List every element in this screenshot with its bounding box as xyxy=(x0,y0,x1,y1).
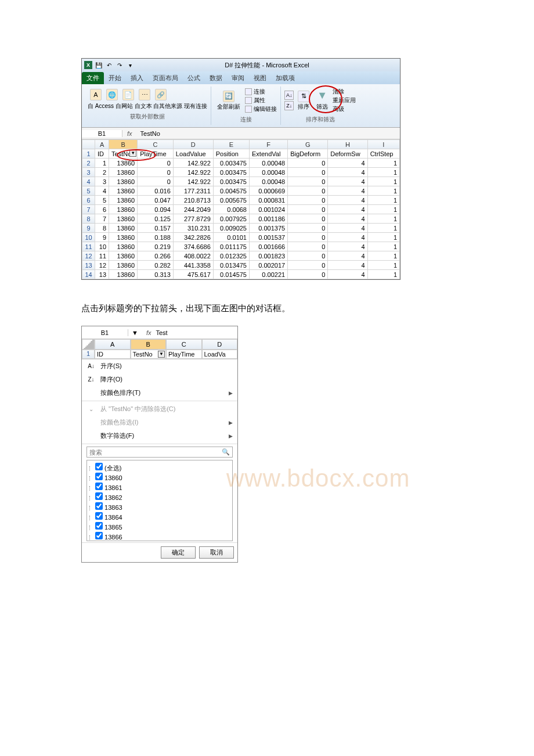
spreadsheet[interactable]: ABCDEFGHI1IDTestNo▼PlayTimeLoadValuePosi… xyxy=(82,139,400,279)
existing-conn-button[interactable]: 🔗 xyxy=(153,88,169,102)
data-cell[interactable]: 0 xyxy=(138,177,174,186)
data-cell[interactable]: 0.001666 xyxy=(250,242,288,251)
tab-insert[interactable]: 插入 xyxy=(126,72,148,84)
reapply-button[interactable]: 重新应用 xyxy=(333,96,356,105)
data-cell[interactable]: 142.922 xyxy=(173,177,213,186)
data-cell[interactable]: 0 xyxy=(138,159,174,168)
filter-search-input[interactable] xyxy=(89,449,222,456)
data-cell[interactable]: 0.001375 xyxy=(250,224,288,233)
data-cell[interactable]: 0.00221 xyxy=(250,270,288,279)
data-cell[interactable]: 3 xyxy=(95,177,109,186)
col-header[interactable]: E xyxy=(213,140,249,149)
col-header[interactable]: I xyxy=(367,140,399,149)
data-cell[interactable]: 10 xyxy=(95,242,109,251)
col-header[interactable]: D xyxy=(173,140,213,149)
data-cell[interactable]: 0.047 xyxy=(138,196,174,205)
from-text-button[interactable]: 📄 xyxy=(120,88,136,102)
data-cell[interactable]: 13860 xyxy=(109,233,138,242)
select-all-corner[interactable] xyxy=(82,339,95,350)
row-header[interactable]: 9 xyxy=(82,224,95,233)
data-cell[interactable]: 0 xyxy=(288,270,328,279)
data-cell[interactable]: 4 xyxy=(328,159,367,168)
data-cell[interactable]: 1 xyxy=(367,214,399,224)
data-cell[interactable]: 0 xyxy=(288,261,328,270)
data-cell[interactable]: 0.004575 xyxy=(213,186,249,196)
data-cell[interactable]: 4 xyxy=(328,196,367,205)
refresh-all-button[interactable]: 🔄全部刷新 xyxy=(215,89,243,112)
data-cell[interactable]: 4 xyxy=(328,186,367,196)
data-cell[interactable]: 277.8729 xyxy=(173,214,213,224)
data-cell[interactable]: 374.6686 xyxy=(173,242,213,251)
undo-icon[interactable]: ↶ xyxy=(105,61,113,69)
qat-more-icon[interactable]: ▾ xyxy=(126,61,134,69)
tab-addin[interactable]: 加载项 xyxy=(271,72,300,84)
formula-content-2[interactable]: Test xyxy=(156,329,167,336)
check-select-all[interactable]: (全选) xyxy=(89,463,230,473)
row-1-header[interactable]: 1 xyxy=(82,350,95,359)
row-header[interactable]: 4 xyxy=(82,177,95,186)
data-cell[interactable]: 4 xyxy=(328,168,367,177)
data-cell[interactable]: 4 xyxy=(328,205,367,214)
col-header[interactable]: G xyxy=(288,140,328,149)
row-header[interactable]: 1 xyxy=(82,149,95,159)
row-header[interactable]: 7 xyxy=(82,205,95,214)
sort-desc-icon[interactable]: Z↓ xyxy=(284,101,294,110)
check-item[interactable]: 13864 xyxy=(89,512,230,522)
data-cell[interactable]: 4 xyxy=(328,261,367,270)
header-cell[interactable]: CtrlStep xyxy=(367,149,399,159)
data-cell[interactable]: 1 xyxy=(367,168,399,177)
data-cell[interactable]: 0 xyxy=(288,168,328,177)
data-cell[interactable]: 0.0101 xyxy=(213,233,249,242)
data-cell[interactable]: 4 xyxy=(328,242,367,251)
data-cell[interactable]: 0.011175 xyxy=(213,242,249,251)
sort-button[interactable]: ⇅排序 xyxy=(295,89,312,112)
cell-D1[interactable]: LoadVa xyxy=(202,350,238,359)
data-cell[interactable]: 0.313 xyxy=(138,270,174,279)
header-cell[interactable]: ExtendVal xyxy=(250,149,288,159)
filter-search-box[interactable]: 🔍 xyxy=(86,447,233,458)
data-cell[interactable]: 13860 xyxy=(109,168,138,177)
col-header[interactable]: A xyxy=(95,140,109,149)
data-cell[interactable]: 1 xyxy=(367,242,399,251)
data-cell[interactable]: 1 xyxy=(367,251,399,261)
row-header[interactable]: 8 xyxy=(82,214,95,224)
from-other-button[interactable]: ⋯ xyxy=(136,88,153,102)
ok-button[interactable]: 确定 xyxy=(161,546,196,559)
data-cell[interactable]: 13860 xyxy=(109,177,138,186)
filter-dropdown-icon[interactable]: ▼ xyxy=(158,351,165,358)
data-cell[interactable]: 210.8713 xyxy=(173,196,213,205)
col-header[interactable]: F xyxy=(250,140,288,149)
data-cell[interactable]: 0 xyxy=(288,196,328,205)
row-header[interactable]: 3 xyxy=(82,168,95,177)
row-header[interactable]: 11 xyxy=(82,242,95,251)
data-cell[interactable]: 0.125 xyxy=(138,214,174,224)
col-header[interactable]: C xyxy=(138,140,174,149)
data-cell[interactable]: 0.001823 xyxy=(250,251,288,261)
data-cell[interactable]: 0.157 xyxy=(138,224,174,233)
data-cell[interactable]: 0.00048 xyxy=(250,177,288,186)
data-cell[interactable]: 0 xyxy=(138,168,174,177)
clear-filter-button[interactable]: 清除 xyxy=(333,88,344,96)
col-C[interactable]: C xyxy=(166,339,202,350)
header-cell[interactable]: TestNo▼ xyxy=(109,149,138,159)
data-cell[interactable]: 475.617 xyxy=(173,270,213,279)
data-cell[interactable]: 1 xyxy=(367,224,399,233)
data-cell[interactable]: 0 xyxy=(288,224,328,233)
cell-B1[interactable]: TestNo▼ xyxy=(131,350,167,359)
data-cell[interactable]: 0.007925 xyxy=(213,214,249,224)
data-cell[interactable]: 4 xyxy=(328,177,367,186)
data-cell[interactable]: 0.001186 xyxy=(250,214,288,224)
cell-A1[interactable]: ID xyxy=(95,350,131,359)
data-cell[interactable]: 0 xyxy=(288,177,328,186)
header-cell[interactable]: Position xyxy=(213,149,249,159)
data-cell[interactable]: 342.2826 xyxy=(173,233,213,242)
data-cell[interactable]: 1 xyxy=(367,196,399,205)
data-cell[interactable]: 0.005675 xyxy=(213,196,249,205)
data-cell[interactable]: 13860 xyxy=(109,224,138,233)
data-cell[interactable]: 4 xyxy=(328,270,367,279)
data-cell[interactable]: 0 xyxy=(288,214,328,224)
data-cell[interactable]: 310.231 xyxy=(173,224,213,233)
data-cell[interactable]: 0.002017 xyxy=(250,261,288,270)
data-cell[interactable]: 0.00048 xyxy=(250,168,288,177)
data-cell[interactable]: 408.0022 xyxy=(173,251,213,261)
